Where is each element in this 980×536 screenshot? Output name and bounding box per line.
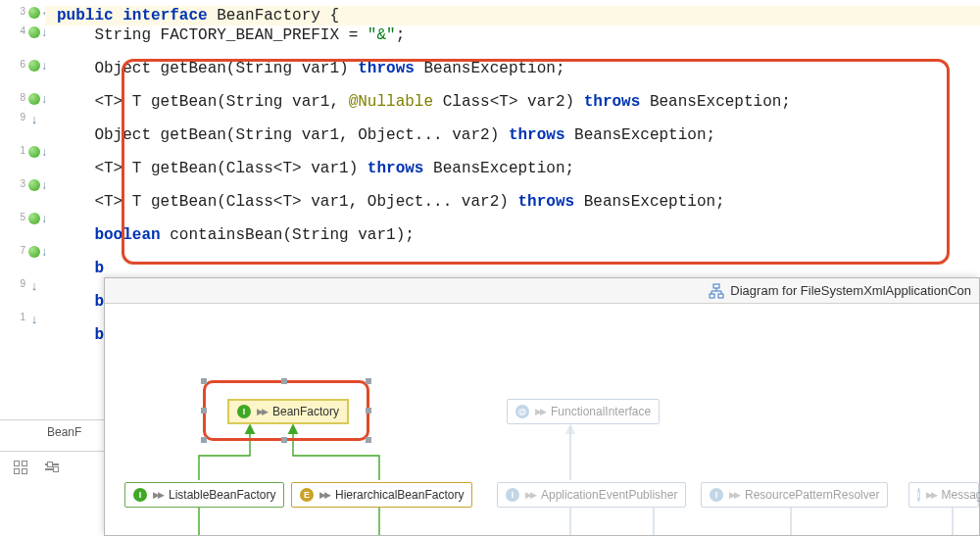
selection-handle[interactable]	[201, 408, 207, 414]
svg-rect-1	[710, 294, 714, 298]
gutter-row[interactable]: 9↓	[0, 278, 45, 298]
code-text	[57, 226, 94, 244]
tab-beanfactory[interactable]: BeanF	[47, 425, 81, 439]
line-number: 3	[16, 6, 25, 17]
selection-handle[interactable]	[201, 378, 207, 384]
interface-badge-icon: I	[917, 488, 920, 502]
gutter-row[interactable]: 5	[0, 212, 45, 231]
svg-rect-0	[713, 284, 719, 288]
annotation: @Nullable	[349, 93, 433, 111]
gutter-row[interactable]	[0, 231, 45, 245]
class-decl: BeanFactory {	[208, 7, 339, 24]
gutter-row[interactable]: 3	[0, 178, 45, 198]
diagram-title-text: Diagram for FileSystemXmlApplicationCon	[730, 283, 971, 298]
interface-badge-icon: I	[710, 488, 723, 502]
code-text: Object getBean(String var1, Object... va…	[57, 126, 509, 144]
annotation-badge-icon: @	[515, 405, 529, 418]
gutter-row[interactable]	[0, 198, 45, 212]
code-text: b	[57, 260, 104, 277]
code-text: b	[57, 293, 104, 311]
selection-handle[interactable]	[281, 378, 287, 384]
line-number: 1	[16, 145, 25, 156]
node-hierarchicalbeanfactory[interactable]: E ▶▶ HierarchicalBeanFactory	[291, 482, 472, 508]
gutter-row[interactable]	[0, 265, 45, 278]
selection-handle[interactable]	[281, 437, 287, 443]
gutter-empty	[27, 131, 41, 145]
interface-badge-icon: I	[506, 488, 519, 502]
diagram-canvas[interactable]: I ▶▶ BeanFactory @ ▶▶ FunctionalInterfac…	[105, 304, 979, 535]
line-number: 9	[16, 278, 25, 289]
svg-rect-2	[718, 294, 723, 298]
arrow-icon: ↓	[27, 312, 41, 325]
gutter-row[interactable]: 6	[0, 59, 45, 78]
gutter-row[interactable]	[0, 78, 45, 92]
gutter-row[interactable]: 9↓	[0, 112, 45, 131]
override-marker-icon	[27, 92, 41, 106]
sliders-icon[interactable]	[43, 459, 61, 476]
selection-handle[interactable]	[366, 437, 371, 443]
gutter-row[interactable]: 4	[0, 25, 45, 45]
diagram-panel: Diagram for FileSystemXmlApplicationCon	[104, 277, 980, 536]
gutter-row[interactable]	[0, 45, 45, 59]
node-label: FunctionalInterface	[551, 405, 651, 418]
gutter-empty	[27, 231, 41, 245]
code-text: <T> T getBean(Class<T> var1, Object... v…	[57, 193, 517, 211]
node-label: HierarchicalBeanFactory	[335, 488, 464, 502]
node-indicator-icon: ▶▶	[257, 407, 267, 416]
gutter-row[interactable]: 7	[0, 245, 45, 265]
node-resourcepatternresolver[interactable]: I ▶▶ ResourcePatternResolver	[701, 482, 888, 508]
gutter-row[interactable]	[0, 298, 45, 312]
code-text: <T> T getBean(String var1,	[57, 93, 349, 111]
code-text: b	[57, 326, 104, 344]
diagram-icon	[709, 283, 724, 299]
interface-badge-icon: E	[300, 488, 314, 502]
override-marker-icon	[27, 212, 41, 225]
node-label: BeanFactory	[272, 405, 339, 418]
override-marker-icon	[27, 59, 41, 73]
override-marker-icon	[27, 6, 41, 20]
string-literal: "&"	[368, 26, 396, 44]
keyword-throws: throws	[584, 93, 641, 111]
code-text: ;	[396, 26, 406, 44]
gutter-row[interactable]	[0, 131, 45, 145]
line-number: 1	[16, 312, 25, 322]
node-indicator-icon: ▶▶	[153, 490, 163, 500]
interface-badge-icon: I	[237, 405, 251, 418]
code-text: BeansException;	[640, 93, 791, 111]
node-label: ListableBeanFactory	[169, 488, 275, 502]
gutter-row[interactable]: 1	[0, 145, 45, 165]
grid-icon[interactable]	[12, 459, 29, 476]
code-text: containsBean(String var1);	[161, 226, 415, 244]
line-number: 3	[16, 178, 25, 189]
line-number: 4	[16, 25, 25, 36]
gutter: 34689↓13579↓1↓	[0, 0, 45, 421]
gutter-empty	[27, 78, 41, 92]
tool-bar	[0, 451, 104, 482]
gutter-row[interactable]	[0, 165, 45, 178]
gutter-row[interactable]: 1↓	[0, 312, 45, 331]
code-text: <T> T getBean(Class<T> var1)	[57, 160, 368, 177]
selection-handle[interactable]	[366, 378, 371, 384]
arrow-icon: ↓	[27, 112, 41, 125]
node-label: Messag	[942, 488, 980, 502]
gutter-row[interactable]: 3	[0, 6, 45, 25]
node-functionalinterface[interactable]: @ ▶▶ FunctionalInterface	[507, 399, 660, 424]
line-number: 7	[16, 245, 25, 256]
gutter-row[interactable]: 8	[0, 92, 45, 112]
code-text: BeansException;	[415, 60, 565, 77]
keyword-interface: interface	[122, 7, 207, 24]
line-number: 6	[16, 59, 25, 70]
override-marker-icon	[27, 145, 41, 159]
gutter-empty	[27, 45, 41, 59]
node-indicator-icon: ▶▶	[525, 490, 535, 500]
selection-handle[interactable]	[366, 408, 371, 414]
node-message[interactable]: I ▶▶ Messag	[908, 482, 979, 508]
node-label: ResourcePatternResolver	[745, 488, 879, 502]
node-beanfactory[interactable]: I ▶▶ BeanFactory	[227, 399, 349, 424]
node-applicationeventpublisher[interactable]: I ▶▶ ApplicationEventPublisher	[497, 482, 686, 508]
node-label: ApplicationEventPublisher	[541, 488, 677, 502]
keyword-throws: throws	[358, 60, 415, 77]
selection-handle[interactable]	[201, 437, 207, 443]
node-listablebeanfactory[interactable]: I ▶▶ ListableBeanFactory	[124, 482, 284, 508]
editor-tab-bar: BeanF	[0, 419, 104, 443]
